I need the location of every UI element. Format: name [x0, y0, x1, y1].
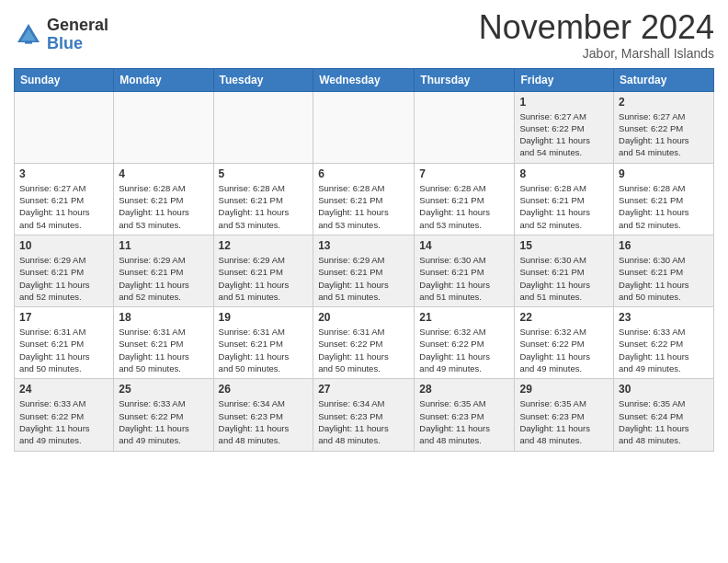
calendar-cell: 25Sunrise: 6:33 AMSunset: 6:22 PMDayligh… — [114, 379, 213, 451]
day-number: 27 — [318, 383, 409, 396]
calendar-cell: 20Sunrise: 6:31 AMSunset: 6:22 PMDayligh… — [313, 307, 415, 379]
day-info: Sunrise: 6:34 AMSunset: 6:23 PMDaylight:… — [219, 397, 309, 446]
calendar-week-0: 1Sunrise: 6:27 AMSunset: 6:22 PMDaylight… — [15, 91, 714, 163]
calendar-week-4: 24Sunrise: 6:33 AMSunset: 6:22 PMDayligh… — [15, 379, 714, 451]
calendar-cell: 11Sunrise: 6:29 AMSunset: 6:21 PMDayligh… — [114, 235, 213, 306]
day-number: 26 — [219, 383, 309, 396]
calendar-cell: 8Sunrise: 6:28 AMSunset: 6:21 PMDaylight… — [515, 163, 614, 235]
day-number: 18 — [119, 311, 208, 324]
calendar-cell — [415, 91, 515, 163]
day-number: 21 — [419, 311, 509, 324]
calendar-cell: 30Sunrise: 6:35 AMSunset: 6:24 PMDayligh… — [614, 379, 714, 451]
day-number: 8 — [519, 167, 609, 180]
logo-blue-text: Blue — [47, 35, 108, 53]
day-number: 25 — [119, 383, 208, 396]
day-info: Sunrise: 6:32 AMSunset: 6:22 PMDaylight:… — [419, 326, 509, 374]
calendar-cell: 9Sunrise: 6:28 AMSunset: 6:21 PMDaylight… — [614, 163, 714, 235]
day-number: 2 — [619, 96, 709, 109]
day-number: 15 — [519, 239, 609, 252]
calendar-cell: 1Sunrise: 6:27 AMSunset: 6:22 PMDaylight… — [515, 91, 614, 163]
day-number: 12 — [219, 239, 309, 252]
calendar-week-1: 3Sunrise: 6:27 AMSunset: 6:21 PMDaylight… — [15, 163, 714, 235]
calendar-cell: 13Sunrise: 6:29 AMSunset: 6:21 PMDayligh… — [313, 235, 415, 306]
weekday-header-saturday: Saturday — [614, 68, 714, 91]
calendar-cell: 2Sunrise: 6:27 AMSunset: 6:22 PMDaylight… — [614, 91, 714, 163]
day-info: Sunrise: 6:31 AMSunset: 6:21 PMDaylight:… — [119, 326, 208, 374]
day-number: 4 — [119, 167, 208, 180]
calendar-cell — [213, 91, 313, 163]
calendar-table: SundayMondayTuesdayWednesdayThursdayFrid… — [14, 68, 714, 452]
weekday-header-friday: Friday — [515, 68, 614, 91]
weekday-header-thursday: Thursday — [415, 68, 515, 91]
day-number: 1 — [519, 96, 609, 109]
month-title: November 2024 — [479, 9, 714, 46]
location: Jabor, Marshall Islands — [479, 46, 714, 61]
day-info: Sunrise: 6:28 AMSunset: 6:21 PMDaylight:… — [619, 182, 709, 231]
day-info: Sunrise: 6:27 AMSunset: 6:22 PMDaylight:… — [619, 110, 709, 159]
day-info: Sunrise: 6:35 AMSunset: 6:24 PMDaylight:… — [619, 397, 709, 446]
day-info: Sunrise: 6:27 AMSunset: 6:22 PMDaylight:… — [519, 110, 609, 159]
weekday-header-sunday: Sunday — [15, 68, 114, 91]
day-info: Sunrise: 6:28 AMSunset: 6:21 PMDaylight:… — [119, 182, 208, 231]
day-info: Sunrise: 6:33 AMSunset: 6:22 PMDaylight:… — [119, 397, 208, 446]
day-info: Sunrise: 6:27 AMSunset: 6:21 PMDaylight:… — [19, 182, 108, 231]
header: General Blue November 2024 Jabor, Marsha… — [14, 9, 714, 61]
day-info: Sunrise: 6:29 AMSunset: 6:21 PMDaylight:… — [318, 254, 409, 303]
day-number: 5 — [219, 167, 309, 180]
calendar-cell: 29Sunrise: 6:35 AMSunset: 6:23 PMDayligh… — [515, 379, 614, 451]
day-info: Sunrise: 6:31 AMSunset: 6:21 PMDaylight:… — [219, 326, 309, 374]
day-info: Sunrise: 6:35 AMSunset: 6:23 PMDaylight:… — [419, 397, 509, 446]
day-info: Sunrise: 6:28 AMSunset: 6:21 PMDaylight:… — [219, 182, 309, 231]
day-info: Sunrise: 6:28 AMSunset: 6:21 PMDaylight:… — [318, 182, 409, 231]
calendar-cell: 21Sunrise: 6:32 AMSunset: 6:22 PMDayligh… — [415, 307, 515, 379]
day-info: Sunrise: 6:34 AMSunset: 6:23 PMDaylight:… — [318, 397, 409, 446]
day-number: 3 — [19, 167, 108, 180]
day-info: Sunrise: 6:29 AMSunset: 6:21 PMDaylight:… — [219, 254, 309, 303]
day-info: Sunrise: 6:32 AMSunset: 6:22 PMDaylight:… — [519, 326, 609, 374]
logo-text: General Blue — [47, 17, 108, 53]
logo-icon — [14, 20, 43, 50]
title-block: November 2024 Jabor, Marshall Islands — [479, 9, 714, 61]
calendar-cell: 28Sunrise: 6:35 AMSunset: 6:23 PMDayligh… — [415, 379, 515, 451]
calendar-cell: 18Sunrise: 6:31 AMSunset: 6:21 PMDayligh… — [114, 307, 213, 379]
calendar-cell: 27Sunrise: 6:34 AMSunset: 6:23 PMDayligh… — [313, 379, 415, 451]
calendar-cell: 6Sunrise: 6:28 AMSunset: 6:21 PMDaylight… — [313, 163, 415, 235]
svg-rect-2 — [25, 40, 32, 43]
calendar-cell: 3Sunrise: 6:27 AMSunset: 6:21 PMDaylight… — [15, 163, 114, 235]
day-number: 22 — [519, 311, 609, 324]
day-number: 7 — [419, 167, 509, 180]
day-info: Sunrise: 6:35 AMSunset: 6:23 PMDaylight:… — [519, 397, 609, 446]
day-info: Sunrise: 6:30 AMSunset: 6:21 PMDaylight:… — [619, 254, 709, 303]
calendar-cell: 4Sunrise: 6:28 AMSunset: 6:21 PMDaylight… — [114, 163, 213, 235]
weekday-header-monday: Monday — [114, 68, 213, 91]
day-info: Sunrise: 6:29 AMSunset: 6:21 PMDaylight:… — [19, 254, 108, 303]
calendar-cell: 5Sunrise: 6:28 AMSunset: 6:21 PMDaylight… — [213, 163, 313, 235]
weekday-header-tuesday: Tuesday — [213, 68, 313, 91]
day-number: 16 — [619, 239, 709, 252]
day-number: 17 — [19, 311, 108, 324]
logo: General Blue — [14, 17, 108, 53]
day-info: Sunrise: 6:31 AMSunset: 6:21 PMDaylight:… — [19, 326, 108, 374]
day-number: 9 — [619, 167, 709, 180]
calendar-cell: 16Sunrise: 6:30 AMSunset: 6:21 PMDayligh… — [614, 235, 714, 306]
calendar-cell — [114, 91, 213, 163]
calendar-cell: 24Sunrise: 6:33 AMSunset: 6:22 PMDayligh… — [15, 379, 114, 451]
weekday-header-wednesday: Wednesday — [313, 68, 415, 91]
calendar-cell: 15Sunrise: 6:30 AMSunset: 6:21 PMDayligh… — [515, 235, 614, 306]
day-number: 24 — [19, 383, 108, 396]
day-number: 20 — [318, 311, 409, 324]
calendar-cell: 10Sunrise: 6:29 AMSunset: 6:21 PMDayligh… — [15, 235, 114, 306]
day-number: 19 — [219, 311, 309, 324]
calendar-cell — [15, 91, 114, 163]
calendar-cell: 14Sunrise: 6:30 AMSunset: 6:21 PMDayligh… — [415, 235, 515, 306]
day-number: 28 — [419, 383, 509, 396]
calendar-cell: 23Sunrise: 6:33 AMSunset: 6:22 PMDayligh… — [614, 307, 714, 379]
calendar-cell: 12Sunrise: 6:29 AMSunset: 6:21 PMDayligh… — [213, 235, 313, 306]
day-info: Sunrise: 6:28 AMSunset: 6:21 PMDaylight:… — [419, 182, 509, 231]
day-info: Sunrise: 6:31 AMSunset: 6:22 PMDaylight:… — [318, 326, 409, 374]
day-info: Sunrise: 6:29 AMSunset: 6:21 PMDaylight:… — [119, 254, 208, 303]
day-info: Sunrise: 6:33 AMSunset: 6:22 PMDaylight:… — [19, 397, 108, 446]
calendar-cell: 7Sunrise: 6:28 AMSunset: 6:21 PMDaylight… — [415, 163, 515, 235]
calendar-header-row: SundayMondayTuesdayWednesdayThursdayFrid… — [15, 68, 714, 91]
day-number: 11 — [119, 239, 208, 252]
